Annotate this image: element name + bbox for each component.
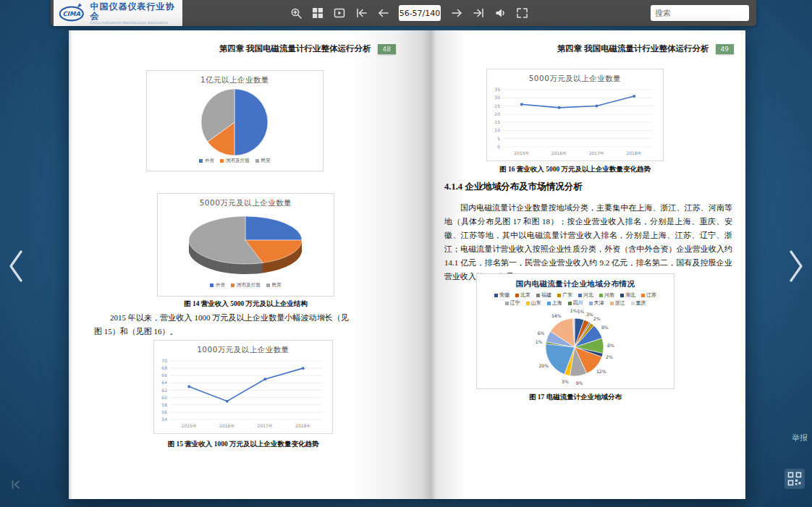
svg-text:3%: 3% <box>562 379 569 384</box>
svg-text:30: 30 <box>494 95 500 100</box>
legend-swatch <box>547 302 551 305</box>
prev-spread-arrow[interactable] <box>1 246 30 286</box>
legend-swatch <box>631 302 635 305</box>
legend-swatch <box>557 294 561 297</box>
svg-text:68: 68 <box>161 365 167 370</box>
fig14-title: 5000万元及以上企业数量 <box>200 198 292 208</box>
first-page-ghost-icon <box>10 479 22 490</box>
last-page-icon <box>473 7 485 19</box>
legend-swatch <box>266 284 270 287</box>
fig17-caption: 图 17 电磁流量计企业地域分布 <box>476 393 674 402</box>
svg-text:6%: 6% <box>538 331 545 336</box>
toolbar-controls <box>287 0 530 26</box>
legend-item: 民营 <box>266 282 282 289</box>
qr-code-button[interactable] <box>784 469 805 489</box>
fig17-legend: 安徽北京福建广东河北河南湖北江苏辽宁山东上海四川天津浙江重庆 <box>494 291 656 307</box>
svg-text:20: 20 <box>494 111 500 116</box>
svg-text:9%: 9% <box>576 380 583 385</box>
legend-swatch <box>620 294 624 297</box>
fig15-chart: 1000万元及以上企业数量 5456586062646668702015年201… <box>153 340 333 434</box>
legend-item: 国有及控股 <box>220 158 250 164</box>
legend-item: 重庆 <box>631 299 646 307</box>
search-box <box>651 5 749 21</box>
legend-item: 安徽 <box>494 291 509 299</box>
thumbnails-icon <box>312 7 323 19</box>
svg-text:10: 10 <box>494 127 500 132</box>
fig14-caption: 图 14 营业收入 5000 万元及以上企业结构 <box>157 299 334 309</box>
svg-text:70: 70 <box>161 358 167 363</box>
fig17-pie-chart: 5%3%2%8%8%2%12%9%3%20%1%6%14%1% <box>477 307 674 388</box>
thumbnails-button[interactable] <box>309 4 326 22</box>
svg-text:2015年: 2015年 <box>514 150 529 155</box>
fig17-title: 国内电磁流量计企业地域分布情况 <box>516 279 635 289</box>
legend-item: 国有及控股 <box>231 282 261 289</box>
legend-swatch <box>578 294 582 297</box>
left-chapter-title: 第四章 我国电磁流量计行业整体运行分析 <box>219 43 371 54</box>
slideshow-icon <box>334 7 345 19</box>
fig15-line-chart: 5456586062646668702015年2016年2017年2018年 <box>154 355 332 431</box>
svg-text:3%: 3% <box>586 312 593 317</box>
svg-text:2016年: 2016年 <box>551 150 567 155</box>
left-page-header: 第四章 我国电磁流量计行业整体运行分析 48 <box>219 43 396 54</box>
next-page-icon <box>451 7 463 19</box>
legend-item: 民营 <box>255 158 271 164</box>
legend-swatch <box>199 159 203 163</box>
legend-swatch <box>568 302 572 305</box>
left-paragraph: 2015 年以来，营业收入 1000 万元及以上企业数量小幅波动增长（见图 15… <box>94 311 349 338</box>
sound-button[interactable] <box>491 4 509 22</box>
page-48[interactable]: 第四章 我国电磁流量计行业整体运行分析 48 1亿元以上企业数量 外资国有及控股… <box>69 30 407 499</box>
left-page-number-badge: 48 <box>378 44 396 54</box>
svg-text:54: 54 <box>161 417 167 422</box>
svg-text:66: 66 <box>161 372 167 378</box>
last-page-button[interactable] <box>470 4 487 22</box>
fullscreen-icon <box>516 7 528 19</box>
legend-swatch <box>610 302 614 305</box>
svg-text:64: 64 <box>161 380 167 385</box>
report-link[interactable]: 举报 <box>792 433 808 443</box>
sound-icon <box>494 7 507 19</box>
prev-page-button[interactable] <box>374 4 392 22</box>
legend-swatch <box>505 302 509 305</box>
first-page-button[interactable] <box>352 4 370 22</box>
zoom-in-button[interactable] <box>287 4 305 22</box>
legend-item: 辽宁 <box>505 299 520 307</box>
svg-text:5%: 5% <box>577 309 584 314</box>
fig16-caption: 图 16 营业收入 5000 万元及以上企业数量变化趋势 <box>486 165 664 174</box>
ghost-first-page-button[interactable] <box>10 479 22 493</box>
legend-item: 河南 <box>599 291 614 299</box>
prev-page-icon <box>377 7 389 19</box>
legend-item: 外资 <box>199 158 214 164</box>
legend-swatch <box>231 284 234 287</box>
search-input[interactable] <box>655 9 760 18</box>
right-chapter-title: 第四章 我国电磁流量计行业整体运行分析 <box>557 43 709 54</box>
fig13-chart: 1亿元以上企业数量 外资国有及控股民营 <box>146 70 323 171</box>
fig13-pie-chart <box>147 85 323 158</box>
page-49[interactable]: 第四章 我国电磁流量计行业整体运行分析 49 5000万元及以上企业数量 051… <box>407 30 745 499</box>
zoom-in-icon <box>290 7 303 20</box>
legend-swatch <box>494 294 498 297</box>
svg-text:15: 15 <box>494 119 500 124</box>
page-indicator-input[interactable] <box>399 5 441 21</box>
legend-item: 江苏 <box>641 291 656 299</box>
legend-item: 山东 <box>526 299 541 307</box>
svg-text:56: 56 <box>161 409 167 414</box>
legend-swatch <box>210 284 213 287</box>
slideshow-button[interactable] <box>331 4 348 22</box>
association-logo[interactable]: CIMA 中国仪器仪表行业协会 China Instrument Manufac… <box>54 0 182 26</box>
viewer-stage: CIMA 中国仪器仪表行业协会 China Instrument Manufac… <box>0 0 812 507</box>
fig15-caption: 图 15 营业收入 1000 万元及以上企业数量变化趋势 <box>153 440 333 449</box>
svg-text:60: 60 <box>161 395 167 400</box>
fullscreen-button[interactable] <box>513 4 530 22</box>
legend-swatch <box>526 302 530 305</box>
legend-swatch <box>515 294 519 297</box>
svg-text:20%: 20% <box>538 363 549 368</box>
svg-text:8%: 8% <box>607 343 614 348</box>
svg-text:2018年: 2018年 <box>295 423 310 428</box>
next-spread-arrow[interactable] <box>782 246 811 286</box>
fig14-legend: 外资国有及控股民营 <box>210 282 282 289</box>
legend-item: 广东 <box>557 291 572 299</box>
next-page-button[interactable] <box>448 4 465 22</box>
svg-text:2016年: 2016年 <box>219 423 234 428</box>
svg-text:2%: 2% <box>593 316 601 321</box>
fig17-chart: 国内电磁流量计企业地域分布情况 安徽北京福建广东河北河南湖北江苏辽宁山东上海四川… <box>476 273 674 389</box>
